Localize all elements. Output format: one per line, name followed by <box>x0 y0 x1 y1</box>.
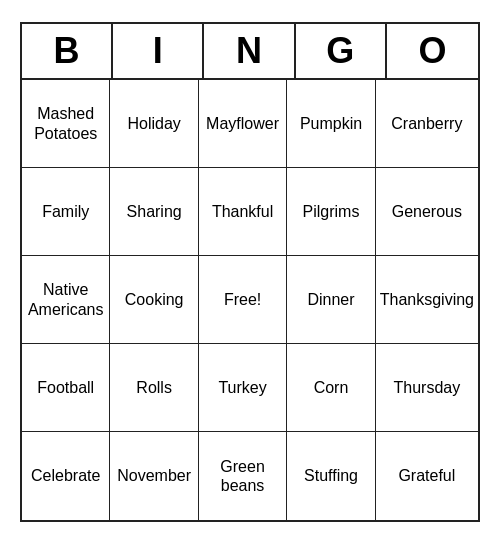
bingo-cell[interactable]: Dinner <box>287 256 375 344</box>
bingo-cell[interactable]: Turkey <box>199 344 287 432</box>
bingo-cell[interactable]: Mayflower <box>199 80 287 168</box>
bingo-cell[interactable]: Pumpkin <box>287 80 375 168</box>
bingo-cell[interactable]: Free! <box>199 256 287 344</box>
bingo-cell[interactable]: Holiday <box>110 80 198 168</box>
bingo-cell[interactable]: Greenbeans <box>199 432 287 520</box>
header-letter: N <box>204 24 295 78</box>
bingo-cell[interactable]: Cranberry <box>376 80 478 168</box>
bingo-cell[interactable]: Celebrate <box>22 432 110 520</box>
bingo-cell[interactable]: Football <box>22 344 110 432</box>
bingo-cell[interactable]: Pilgrims <box>287 168 375 256</box>
bingo-cell[interactable]: Thursday <box>376 344 478 432</box>
bingo-cell[interactable]: Grateful <box>376 432 478 520</box>
header-letter: G <box>296 24 387 78</box>
bingo-cell[interactable]: Stuffing <box>287 432 375 520</box>
bingo-cell[interactable]: Generous <box>376 168 478 256</box>
bingo-cell[interactable]: Sharing <box>110 168 198 256</box>
bingo-cell[interactable]: Cooking <box>110 256 198 344</box>
bingo-cell[interactable]: MashedPotatoes <box>22 80 110 168</box>
bingo-cell[interactable]: Family <box>22 168 110 256</box>
bingo-cell[interactable]: Thankful <box>199 168 287 256</box>
bingo-card: BINGO MashedPotatoesHolidayMayflowerPump… <box>20 22 480 522</box>
bingo-cell[interactable]: Thanksgiving <box>376 256 478 344</box>
bingo-cell[interactable]: NativeAmericans <box>22 256 110 344</box>
header-letter: I <box>113 24 204 78</box>
bingo-cell[interactable]: Corn <box>287 344 375 432</box>
header-letter: O <box>387 24 478 78</box>
header-letter: B <box>22 24 113 78</box>
bingo-grid: MashedPotatoesHolidayMayflowerPumpkinCra… <box>22 80 478 520</box>
bingo-header: BINGO <box>22 24 478 80</box>
bingo-cell[interactable]: November <box>110 432 198 520</box>
bingo-cell[interactable]: Rolls <box>110 344 198 432</box>
